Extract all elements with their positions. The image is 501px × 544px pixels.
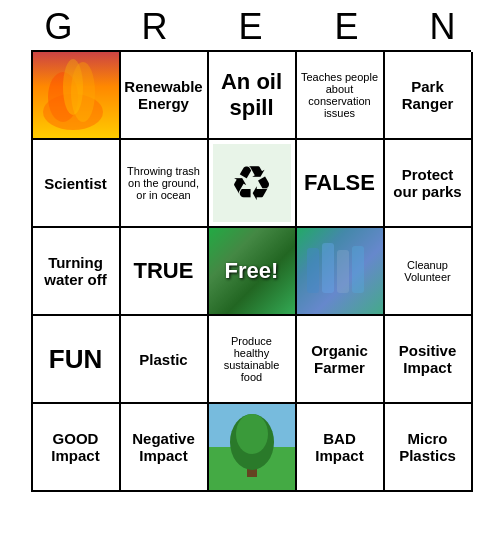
cell-r1c3: An oil spill xyxy=(209,52,297,140)
header-letter-g: G xyxy=(15,6,103,48)
svg-rect-5 xyxy=(322,243,334,293)
cell-r2c2: Throwing trash on the ground, or in ocea… xyxy=(121,140,209,228)
bingo-grid: Renewable Energy An oil spill Teaches pe… xyxy=(31,50,471,492)
cell-r1c2: Renewable Energy xyxy=(121,52,209,140)
cell-r4c3: Produce healthy sustainable food xyxy=(209,316,297,404)
cell-r5c1: GOOD Impact xyxy=(33,404,121,492)
cell-r4c2: Plastic xyxy=(121,316,209,404)
cell-r1c4: Teaches people about conservation issues xyxy=(297,52,385,140)
cell-r2c4: FALSE xyxy=(297,140,385,228)
cell-r3c1: Turning water off xyxy=(33,228,121,316)
svg-rect-7 xyxy=(352,246,364,293)
svg-rect-6 xyxy=(337,250,349,293)
svg-rect-4 xyxy=(307,248,319,293)
svg-point-10 xyxy=(236,414,268,454)
cell-r2c1: Scientist xyxy=(33,140,121,228)
cell-r2c3: ♻ xyxy=(209,140,297,228)
cell-r3c3: Free! xyxy=(209,228,297,316)
cell-r2c5: Protect our parks xyxy=(385,140,473,228)
cell-r1c5: Park Ranger xyxy=(385,52,473,140)
header-letter-e1: E xyxy=(207,6,295,48)
cell-r3c5: Cleanup Volunteer xyxy=(385,228,473,316)
cell-r4c4: Organic Farmer xyxy=(297,316,385,404)
svg-point-3 xyxy=(63,59,83,115)
cell-r4c5: Positive Impact xyxy=(385,316,473,404)
cell-r3c4 xyxy=(297,228,385,316)
cell-r1c1 xyxy=(33,52,121,140)
header-letter-n: N xyxy=(399,6,487,48)
cell-r5c3 xyxy=(209,404,297,492)
cell-r4c1: FUN xyxy=(33,316,121,404)
header-letter-e2: E xyxy=(303,6,391,48)
cell-r3c2: TRUE xyxy=(121,228,209,316)
header-letter-r: R xyxy=(111,6,199,48)
bingo-header: G R E E N xyxy=(11,0,491,50)
cell-r5c4: BAD Impact xyxy=(297,404,385,492)
cell-r5c2: Negative Impact xyxy=(121,404,209,492)
cell-r5c5: Micro Plastics xyxy=(385,404,473,492)
